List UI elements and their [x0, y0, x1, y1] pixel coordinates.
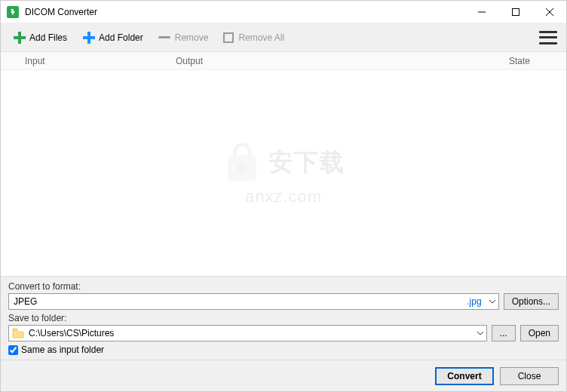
column-state[interactable]: State — [509, 56, 554, 66]
same-as-input-row: Same as input folder — [8, 345, 559, 355]
format-name: JPEG — [14, 296, 467, 307]
chevron-down-icon — [477, 328, 483, 338]
add-files-button[interactable]: Add Files — [7, 28, 73, 47]
remove-all-button: Remove All — [217, 29, 290, 46]
add-folder-label: Add Folder — [99, 32, 143, 43]
toolbar: Add Files Add Folder Remove Remove All — [1, 23, 566, 52]
convert-format-label: Convert to format: — [8, 281, 559, 292]
save-folder-label: Save to folder: — [8, 313, 559, 323]
chevron-down-icon — [489, 296, 495, 307]
watermark-cn: 安下载 — [268, 146, 345, 179]
lock-icon — [222, 140, 262, 185]
plus-icon — [82, 31, 96, 44]
file-list[interactable]: 安下载 anxz.com — [1, 70, 566, 276]
app-icon — [7, 6, 19, 18]
same-as-input-label: Same as input folder — [21, 345, 104, 355]
column-output[interactable]: Output — [176, 56, 509, 66]
settings-panel: Convert to format: JPEG .jpg Options... … — [1, 276, 566, 360]
watermark: 安下载 anxz.com — [222, 140, 345, 207]
minus-icon — [158, 36, 170, 38]
close-app-button[interactable]: Close — [500, 367, 559, 385]
svg-rect-1 — [512, 8, 519, 15]
remove-button: Remove — [152, 29, 215, 46]
plus-icon — [13, 31, 26, 44]
add-folder-button[interactable]: Add Folder — [76, 28, 149, 47]
svg-rect-5 — [14, 36, 26, 39]
maximize-button[interactable] — [498, 1, 532, 23]
folder-path: C:\Users\CS\Pictures — [29, 328, 114, 338]
folder-dropdown[interactable]: C:\Users\CS\Pictures — [8, 325, 487, 341]
browse-button[interactable]: ... — [492, 325, 516, 341]
svg-point-9 — [238, 164, 247, 173]
svg-rect-7 — [83, 36, 95, 39]
format-dropdown[interactable]: JPEG .jpg — [8, 293, 499, 310]
list-header: Input Output State — [1, 52, 566, 70]
remove-label: Remove — [175, 32, 209, 43]
column-input[interactable]: Input — [25, 56, 176, 66]
watermark-en: anxz.com — [245, 187, 322, 207]
remove-all-label: Remove All — [238, 32, 284, 43]
minimize-button[interactable] — [464, 1, 498, 23]
options-button[interactable]: Options... — [504, 293, 559, 310]
same-as-input-checkbox[interactable] — [8, 345, 18, 355]
convert-button[interactable]: Convert — [435, 367, 494, 385]
svg-rect-8 — [228, 155, 256, 181]
window-controls — [464, 1, 566, 23]
square-icon — [223, 32, 234, 43]
titlebar: DICOM Converter — [1, 1, 566, 23]
open-button[interactable]: Open — [520, 325, 559, 341]
window-title: DICOM Converter — [25, 7, 464, 17]
close-button[interactable] — [532, 1, 566, 23]
menu-button[interactable] — [539, 31, 557, 44]
format-ext: .jpg — [467, 296, 481, 307]
folder-icon — [12, 328, 24, 338]
footer: Convert Close — [1, 360, 566, 391]
add-files-label: Add Files — [29, 32, 67, 43]
